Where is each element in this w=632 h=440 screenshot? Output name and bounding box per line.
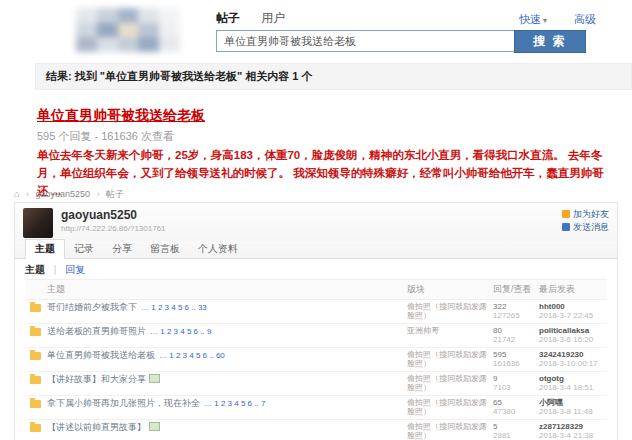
view-count: 161636	[493, 359, 539, 368]
tab-messageboard[interactable]: 留言板	[141, 240, 189, 258]
header-lastpost: 最后发表	[539, 283, 607, 296]
lastpost-user-link[interactable]: politicallaksa	[539, 326, 607, 335]
thread-title-cell: 送给老板的直男帅哥照片… 1 2 3 4 5 6 .. 9	[25, 326, 407, 337]
result-title-link[interactable]: 单位直男帅哥被我送给老板	[37, 107, 205, 123]
thread-title-link[interactable]: 哥们结婚前夕被我拿下	[47, 302, 137, 312]
table-row: 单位直男帅哥被我送给老板… 1 2 3 4 5 6 .. 60 偷拍照（搜同鼓励…	[25, 348, 607, 372]
view-count: 47380	[493, 407, 539, 416]
thread-subnav: 主题 | 回复	[25, 263, 607, 277]
tab-profile-info[interactable]: 个人资料	[189, 240, 247, 258]
thread-title-link[interactable]: 单位直男帅哥被我送给老板	[47, 350, 155, 360]
header-forum: 版块	[407, 283, 493, 296]
subtab-replies[interactable]: 回复	[65, 264, 85, 275]
folder-icon	[30, 352, 41, 360]
breadcrumb-current: 帖子	[106, 189, 124, 199]
thread-forum-link[interactable]: 偷拍照（搜同鼓励发露脸照）	[407, 302, 487, 320]
search-input[interactable]	[216, 30, 516, 52]
thread-forum-link[interactable]: 亚洲帅哥	[407, 326, 439, 335]
header-replies-views: 回复/查看	[493, 283, 539, 296]
avatar[interactable]	[23, 208, 53, 238]
thread-counts: 322 127265	[493, 302, 539, 320]
thread-pagination[interactable]: … 1 2 3 4 5 6 .. 60	[159, 351, 225, 360]
thread-forum-link[interactable]: 偷拍照（搜同鼓励发露脸照）	[407, 374, 487, 392]
profile-actions: 加为好友 发送消息	[562, 208, 609, 234]
embedded-forum-screenshot: ⌂ › gaoyuan5250 › 帖子 gaoyuan5250 http://…	[14, 188, 618, 440]
tab-shares[interactable]: 分享	[103, 240, 141, 258]
profile-info: gaoyuan5250 http://74.222.26.86/?1301761	[61, 208, 166, 233]
advanced-search-link[interactable]: 高级	[574, 13, 596, 25]
tab-users[interactable]: 用户	[261, 11, 285, 25]
home-icon[interactable]: ⌂	[14, 189, 19, 199]
add-friend-button[interactable]: 加为好友	[562, 208, 609, 221]
site-logo-blurred	[76, 8, 180, 52]
view-count: 127265	[493, 311, 539, 320]
tab-posts[interactable]: 帖子	[216, 11, 240, 25]
thread-forum-link[interactable]: 偷拍照（搜同鼓励发露脸照）	[407, 350, 487, 368]
lastpost-time: 2018-3-6 16:20	[539, 335, 607, 344]
tab-records[interactable]: 记录	[65, 240, 103, 258]
folder-icon	[30, 304, 41, 312]
lastpost-cell: z287128329 2018-3-4 21:38	[539, 422, 607, 440]
thread-title-cell: 【讲述以前帅直男故事】	[25, 422, 407, 433]
lastpost-time: 2018-3-8 11:48	[539, 407, 607, 416]
thread-forum-link[interactable]: 偷拍照（搜同鼓励发露脸照）	[407, 422, 487, 440]
reply-count: 65	[493, 398, 539, 407]
lastpost-time: 2018-3-10 00:17	[539, 359, 607, 368]
profile-username: gaoyuan5250	[61, 208, 166, 222]
thread-counts: 9 7103	[493, 374, 539, 392]
folder-icon	[30, 424, 41, 432]
profile-header: gaoyuan5250 http://74.222.26.86/?1301761…	[15, 203, 617, 241]
lastpost-user-link[interactable]: 小阿嘿	[539, 398, 607, 407]
thread-pagination[interactable]: … 1 2 3 4 5 6 .. 7	[204, 399, 265, 408]
thread-title-cell: 【讲好故事】和大家分享	[25, 374, 407, 385]
folder-icon	[30, 328, 41, 336]
thread-counts: 595 161636	[493, 350, 539, 368]
result-count-bar: 结果: 找到 "单位直男帅哥被我送给老板" 相关内容 1 个	[35, 63, 632, 90]
lastpost-cell: politicallaksa 2018-3-6 16:20	[539, 326, 607, 344]
table-row: 【讲述以前帅直男故事】 偷拍照（搜同鼓励发露脸照） 5 2881 z287128…	[25, 420, 607, 440]
table-row: 【讲好故事】和大家分享 偷拍照（搜同鼓励发露脸照） 9 7103 otgotg …	[25, 372, 607, 396]
breadcrumb-separator: ›	[26, 189, 29, 199]
chevron-down-icon: ▾	[543, 16, 547, 25]
thread-counts: 80 21742	[493, 326, 539, 344]
thread-title-cell: 单位直男帅哥被我送给老板… 1 2 3 4 5 6 .. 60	[25, 350, 407, 361]
thread-title-link[interactable]: 【讲述以前帅直男故事】	[47, 422, 146, 432]
breadcrumb-separator: ›	[97, 189, 100, 199]
lastpost-user-link[interactable]: hht000	[539, 302, 607, 311]
result-stats: 595 个回复 - 161636 次查看	[37, 129, 615, 144]
reply-count: 9	[493, 374, 539, 383]
table-row: 送给老板的直男帅哥照片… 1 2 3 4 5 6 .. 9 亚洲帅哥 80 21…	[25, 324, 607, 348]
subtab-threads[interactable]: 主题	[25, 264, 45, 275]
reply-count: 80	[493, 326, 539, 335]
table-row: 拿下属小帅哥再加几张照片，现在补全… 1 2 3 4 5 6 .. 7 偷拍照（…	[25, 396, 607, 420]
lastpost-cell: 小阿嘿 2018-3-8 11:48	[539, 398, 607, 416]
thread-list-panel: 主题 | 回复 主题 版块 回复/查看 最后发表 哥们结婚前夕被我拿下… 1 2…	[15, 259, 617, 440]
thread-pagination[interactable]: … 1 2 3 4 5 6 .. 33	[141, 303, 207, 312]
search-button[interactable]: 搜 索	[514, 30, 586, 53]
lastpost-user-link[interactable]: 3242419230	[539, 350, 607, 359]
image-attachment-icon	[149, 374, 160, 383]
thread-title-link[interactable]: 【讲好故事】和大家分享	[47, 374, 146, 384]
lastpost-cell: hht000 2018-3-7 22:45	[539, 302, 607, 320]
thread-forum-link[interactable]: 偷拍照（搜同鼓励发露脸照）	[407, 398, 487, 416]
quick-search-link[interactable]: 快速▾	[519, 13, 549, 25]
thread-pagination[interactable]: … 1 2 3 4 5 6 .. 9	[150, 327, 211, 336]
thread-counts: 5 2881	[493, 422, 539, 440]
page: 帖子 用户 快速▾ 高级 搜 索 结果: 找到 "单位直男帅哥被我送给老板" 相…	[0, 0, 632, 440]
lastpost-user-link[interactable]: z287128329	[539, 422, 607, 431]
thread-title-cell: 哥们结婚前夕被我拿下… 1 2 3 4 5 6 .. 33	[25, 302, 407, 313]
reply-count: 5	[493, 422, 539, 431]
lastpost-user-link[interactable]: otgotg	[539, 374, 607, 383]
search-scope-tabs: 帖子 用户	[216, 10, 285, 27]
folder-icon	[30, 400, 41, 408]
thread-title-cell: 拿下属小帅哥再加几张照片，现在补全… 1 2 3 4 5 6 .. 7	[25, 398, 407, 409]
profile-url: http://74.222.26.86/?1301761	[61, 224, 166, 233]
thread-title-link[interactable]: 拿下属小帅哥再加几张照片，现在补全	[47, 398, 200, 408]
send-message-button[interactable]: 发送消息	[562, 221, 609, 234]
thread-title-link[interactable]: 送给老板的直男帅哥照片	[47, 326, 146, 336]
thread-counts: 65 47380	[493, 398, 539, 416]
tab-threads[interactable]: 主题	[25, 239, 65, 259]
table-row: 哥们结婚前夕被我拿下… 1 2 3 4 5 6 .. 33 偷拍照（搜同鼓励发露…	[25, 300, 607, 324]
lastpost-cell: 3242419230 2018-3-10 00:17	[539, 350, 607, 368]
breadcrumb-user-link[interactable]: gaoyuan5250	[35, 189, 90, 199]
